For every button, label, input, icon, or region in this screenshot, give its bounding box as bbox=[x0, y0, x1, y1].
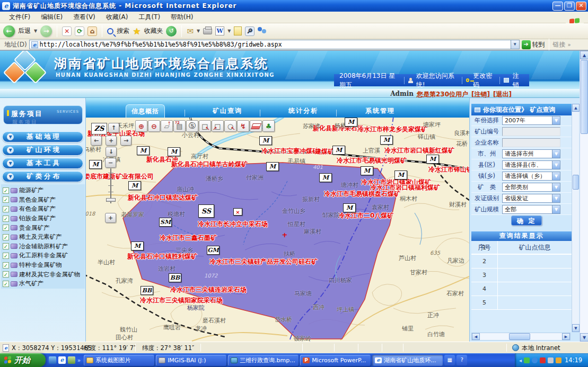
print-button[interactable] bbox=[203, 28, 212, 34]
mine-marker[interactable]: BB bbox=[169, 273, 181, 282]
address-input[interactable] bbox=[40, 41, 506, 48]
menu-item[interactable]: 帮助(H) bbox=[166, 12, 198, 23]
dropdown-arrow-icon[interactable]: ▼ bbox=[552, 161, 560, 169]
scroll-thumb[interactable] bbox=[581, 60, 588, 134]
mine-marker[interactable]: M bbox=[137, 146, 150, 155]
taskbar-button[interactable]: Microsoft PowerP... bbox=[300, 355, 371, 366]
layer-checkbox[interactable]: ✓ bbox=[3, 262, 9, 268]
scroll-right-icon[interactable]: ▶ bbox=[562, 333, 570, 340]
menu-item[interactable]: 文件(F) bbox=[4, 12, 35, 23]
discuss-button[interactable]: 🔎︎ bbox=[245, 26, 254, 36]
tray-icon-green[interactable] bbox=[524, 357, 530, 363]
messenger-button[interactable] bbox=[258, 27, 267, 35]
layer-item[interactable]: ✓ 有色金属矿产 bbox=[1, 204, 85, 214]
layer-item[interactable]: ✓ 能源矿产 bbox=[1, 186, 85, 195]
map-canvas[interactable]: 新化县金子山采石场新化县新冷采石场冷水江市梓龙乡吴家煤矿冷水江市宝寨冲煤矿建煤矿… bbox=[86, 118, 469, 342]
zoom-slider-handle[interactable] bbox=[106, 198, 116, 202]
map-tool-button[interactable] bbox=[199, 120, 211, 132]
taskbar-button[interactable]: 系统截图图片 bbox=[84, 355, 154, 366]
scroll-thumb[interactable] bbox=[509, 333, 530, 340]
map-tool-button[interactable] bbox=[237, 120, 249, 132]
mine-marker[interactable]: M bbox=[394, 171, 407, 180]
notes-button[interactable] bbox=[234, 26, 242, 35]
dropdown-arrow-icon[interactable]: ▼ bbox=[552, 150, 560, 158]
map-tool-button[interactable] bbox=[250, 120, 262, 132]
mine-marker[interactable]: BB bbox=[141, 286, 153, 295]
taskbar-button[interactable]: 湖南省矿山地质环... bbox=[372, 355, 443, 366]
pan-right-icon[interactable]: → bbox=[120, 136, 131, 146]
favorites-icon[interactable]: ★ bbox=[133, 26, 141, 37]
table-row[interactable]: 4 bbox=[471, 282, 572, 296]
mine-marker[interactable]: M bbox=[343, 203, 356, 212]
layer-item[interactable]: ✓ 冶金辅助原料矿产 bbox=[1, 242, 85, 252]
quicklaunch-more-icon[interactable]: » bbox=[77, 357, 81, 363]
table-row[interactable]: 3 bbox=[471, 268, 572, 282]
zoom-slider-minus[interactable]: − bbox=[105, 158, 116, 168]
tray-icon-shield[interactable] bbox=[540, 357, 546, 363]
back-label[interactable]: 后退 bbox=[18, 26, 31, 35]
mine-type-select[interactable]: 全部类别▼ bbox=[502, 183, 560, 192]
tray-icon-monitor[interactable] bbox=[548, 357, 554, 363]
change-password-link[interactable]: 更改密码 bbox=[473, 71, 496, 89]
menu-item[interactable]: 收藏(A) bbox=[101, 12, 133, 23]
forward-button[interactable]: → bbox=[40, 25, 52, 37]
layer-item[interactable]: ✓ 化工原料非金属矿 bbox=[1, 251, 85, 261]
tray-icon-yellow[interactable] bbox=[556, 357, 561, 363]
layer-item[interactable]: ✓ 特种非金属矿物 bbox=[1, 261, 85, 270]
menu-item[interactable]: 查看(V) bbox=[68, 12, 100, 23]
pan-up-icon[interactable]: ↑ bbox=[108, 123, 119, 133]
history-button[interactable]: ↺ bbox=[166, 26, 177, 37]
mail-button[interactable]: ✉ bbox=[187, 26, 194, 36]
keyboard-layout-button[interactable]: ▦ bbox=[444, 355, 455, 365]
scroll-up-icon[interactable]: ▲ bbox=[580, 51, 588, 59]
mine-marker[interactable]: M bbox=[131, 241, 144, 250]
back-dropdown-icon[interactable]: ▼ bbox=[34, 29, 37, 33]
mine-scale-select[interactable]: 全部▼ bbox=[502, 205, 560, 214]
close-button[interactable]: ✕ bbox=[576, 2, 586, 11]
tab-system-admin[interactable]: 系统管理 bbox=[354, 106, 407, 115]
menu-item[interactable]: 工具(T) bbox=[134, 12, 165, 23]
layer-checkbox[interactable]: ✓ bbox=[3, 234, 9, 240]
mine-marker[interactable]: M bbox=[259, 136, 272, 145]
scroll-down-icon[interactable]: ▼ bbox=[580, 333, 588, 342]
table-row[interactable]: 5 bbox=[471, 296, 572, 310]
mine-marker[interactable]: × bbox=[233, 208, 242, 216]
taskbar-button[interactable]: IMGIS-BAI (J:) bbox=[156, 355, 226, 366]
layer-checkbox[interactable]: ✓ bbox=[3, 206, 9, 212]
show-desktop-icon[interactable] bbox=[49, 356, 56, 364]
scroll-left-icon[interactable]: ◀ bbox=[472, 333, 480, 340]
mine-marker[interactable]: M bbox=[168, 147, 180, 156]
home-button[interactable]: ⌂ bbox=[87, 26, 97, 36]
page-vertical-scrollbar[interactable]: ▲ ▼ bbox=[580, 51, 588, 342]
layer-item[interactable]: ✓ 贵金属矿产 bbox=[1, 223, 85, 232]
sidebar-section-button[interactable]: ▼ 矿类分布 bbox=[2, 171, 83, 182]
dropdown-arrow-icon[interactable]: ▼ bbox=[552, 172, 560, 180]
map-tool-button[interactable] bbox=[173, 120, 186, 132]
tab-info-summary[interactable]: 信息概括 bbox=[126, 104, 165, 118]
zoom-slider-plus[interactable]: + bbox=[105, 213, 116, 223]
layer-item[interactable]: ✓ 黑色金属矿产 bbox=[1, 195, 85, 205]
stop-button[interactable]: ✕ bbox=[62, 26, 72, 36]
back-button[interactable]: ← bbox=[3, 25, 15, 37]
map-tool-button[interactable] bbox=[186, 120, 198, 132]
dropdown-arrow-icon[interactable]: ▼ bbox=[552, 194, 560, 202]
clock[interactable]: 14:19 bbox=[565, 356, 582, 364]
search-label[interactable]: 搜索 bbox=[117, 26, 129, 35]
edit-word-button[interactable]: W bbox=[215, 26, 224, 35]
license-level-select[interactable]: 省级发证▼ bbox=[502, 194, 560, 203]
layer-item[interactable]: ✓ 铂族金属矿产 bbox=[1, 214, 85, 223]
mine-marker[interactable]: M bbox=[319, 173, 332, 182]
layer-checkbox[interactable]: ✓ bbox=[3, 281, 9, 287]
mine-marker[interactable]: M bbox=[89, 160, 102, 169]
mine-marker[interactable]: M bbox=[332, 146, 345, 155]
panel-horizontal-scrollbar[interactable]: ◀ ▶ bbox=[471, 333, 571, 341]
table-row[interactable]: 2 bbox=[471, 255, 572, 268]
tab-statistics[interactable]: 统计分析 bbox=[277, 106, 330, 115]
city-select[interactable]: 请选择市州▼ bbox=[502, 149, 560, 158]
mine-marker[interactable]: M bbox=[345, 118, 357, 127]
tray-icon-blue[interactable] bbox=[532, 357, 538, 363]
sidebar-section-button[interactable]: ▼ 基本工具 bbox=[2, 158, 83, 169]
layer-checkbox[interactable]: ✓ bbox=[3, 225, 9, 231]
mine-marker[interactable]: M bbox=[361, 166, 373, 175]
map-tool-button[interactable] bbox=[135, 120, 147, 132]
